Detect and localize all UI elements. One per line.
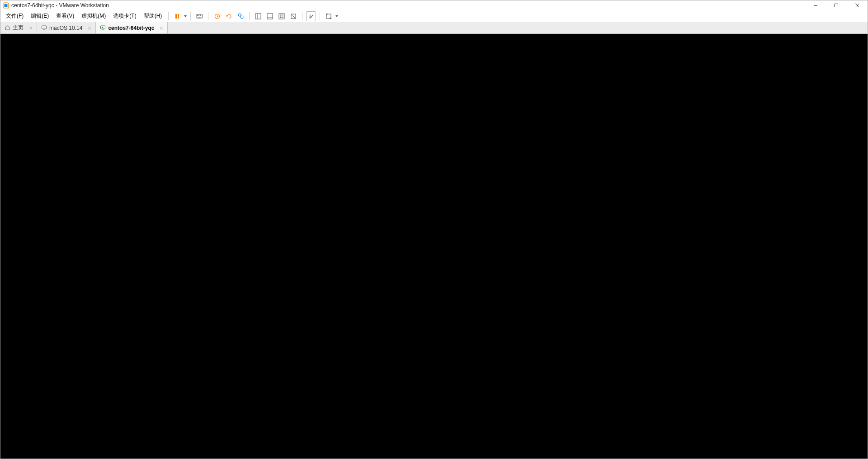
svg-rect-3 <box>835 4 838 7</box>
window-title: centos7-64bit-yqc - VMware Workstation <box>11 2 109 9</box>
vm-icon <box>41 25 47 31</box>
show-thumbnail-bar-button[interactable] <box>265 11 275 21</box>
tab-home-label: 主页 <box>13 24 24 32</box>
svg-rect-6 <box>175 14 177 19</box>
vm-running-icon <box>99 25 106 31</box>
svg-rect-11 <box>198 15 199 16</box>
toolbar-separator-3 <box>249 12 250 20</box>
svg-rect-1 <box>5 4 8 7</box>
toolbar-separator-5 <box>320 12 320 20</box>
toolbar-separator-2 <box>208 12 208 20</box>
revert-snapshot-button[interactable] <box>224 11 234 21</box>
menu-tabs[interactable]: 选项卡(T) <box>109 11 140 21</box>
menu-file[interactable]: 文件(F) <box>2 11 27 21</box>
app-window: centos7-64bit-yqc - VMware Workstation 文… <box>0 0 868 459</box>
pause-vm-button[interactable] <box>172 11 182 21</box>
svg-point-18 <box>238 14 241 16</box>
tab-macos-close[interactable] <box>86 25 93 31</box>
svg-rect-29 <box>326 14 331 19</box>
tab-macos[interactable]: macOS 10.14 <box>37 22 96 33</box>
fullscreen-button[interactable] <box>324 11 334 21</box>
svg-line-27 <box>291 14 296 19</box>
tab-macos-label: macOS 10.14 <box>49 25 82 31</box>
svg-line-16 <box>217 16 218 17</box>
fullscreen-dropdown[interactable] <box>335 14 339 18</box>
unity-button[interactable] <box>306 11 316 21</box>
power-dropdown[interactable] <box>183 14 188 18</box>
svg-marker-8 <box>184 15 187 17</box>
home-icon <box>4 25 10 31</box>
svg-rect-12 <box>200 15 201 16</box>
stretch-guest-button[interactable] <box>288 11 298 21</box>
svg-marker-30 <box>335 15 338 17</box>
svg-rect-13 <box>198 17 201 18</box>
maximize-button[interactable] <box>826 0 847 10</box>
menu-help-label: 帮助(H) <box>144 13 162 19</box>
svg-rect-25 <box>280 15 283 18</box>
tab-bar: 主页 macOS 10.14 centos7-64bit-yqc <box>0 22 868 34</box>
tab-home[interactable]: 主页 <box>0 22 37 33</box>
minimize-button[interactable] <box>805 0 826 10</box>
tab-home-close[interactable] <box>28 25 34 31</box>
svg-rect-10 <box>197 15 198 16</box>
menu-tabs-label: 选项卡(T) <box>113 13 136 19</box>
send-cad-button[interactable] <box>194 11 204 21</box>
svg-point-19 <box>241 16 243 19</box>
titlebar: centos7-64bit-yqc - VMware Workstation <box>0 0 868 10</box>
close-button[interactable] <box>847 0 868 10</box>
menu-file-label: 文件(F) <box>6 13 24 19</box>
svg-rect-20 <box>255 14 261 19</box>
show-library-button[interactable] <box>253 11 263 21</box>
svg-rect-24 <box>279 14 284 19</box>
window-controls <box>805 0 868 10</box>
menubar: 文件(F) 编辑(E) 查看(V) 虚拟机(M) 选项卡(T) 帮助(H) <box>0 10 868 22</box>
menu-view-label: 查看(V) <box>56 13 74 19</box>
menu-help[interactable]: 帮助(H) <box>140 11 166 21</box>
svg-rect-22 <box>267 14 273 19</box>
menu-vm-label: 虚拟机(M) <box>81 13 106 19</box>
menu-edit[interactable]: 编辑(E) <box>27 11 52 21</box>
take-snapshot-button[interactable] <box>212 11 222 21</box>
tab-centos-label: centos7-64bit-yqc <box>108 25 154 31</box>
menu-vm[interactable]: 虚拟机(M) <box>78 11 109 21</box>
menu-separator <box>168 12 169 20</box>
menu-view[interactable]: 查看(V) <box>52 11 78 21</box>
vm-display-area[interactable] <box>0 34 868 459</box>
svg-marker-17 <box>226 15 227 17</box>
svg-rect-9 <box>196 14 203 18</box>
svg-rect-7 <box>178 14 179 19</box>
vmware-app-icon <box>2 2 9 9</box>
menu-edit-label: 编辑(E) <box>31 13 49 19</box>
manage-snapshots-button[interactable] <box>236 11 245 21</box>
svg-marker-38 <box>102 27 104 28</box>
tab-centos-close[interactable] <box>158 25 165 31</box>
toolbar-separator-1 <box>190 12 191 20</box>
svg-rect-33 <box>42 26 46 29</box>
tab-centos[interactable]: centos7-64bit-yqc <box>96 22 168 33</box>
show-console-view-button[interactable] <box>277 11 287 21</box>
toolbar-separator-4 <box>302 12 302 20</box>
